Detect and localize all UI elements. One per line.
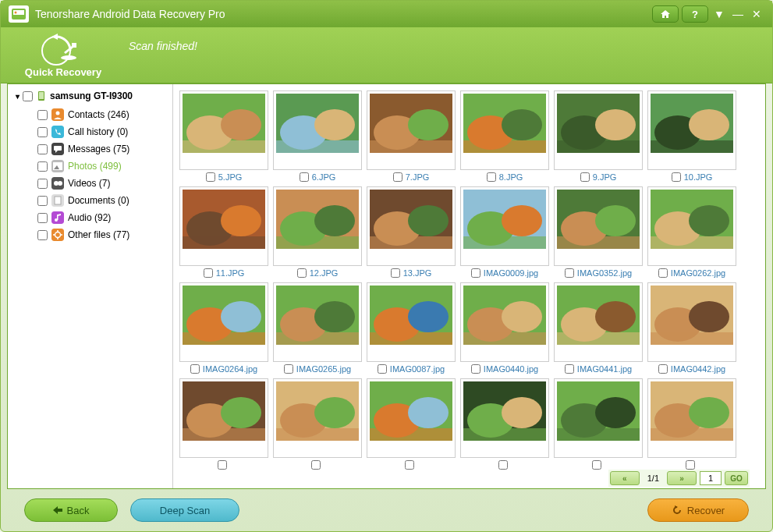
thumbnail-item[interactable]: [179, 378, 268, 470]
thumbnail-checkbox[interactable]: [565, 364, 574, 374]
thumbnail-checkbox[interactable]: [471, 364, 480, 374]
thumbnail-checkbox[interactable]: [378, 364, 387, 374]
pager-go-button[interactable]: GO: [725, 471, 748, 485]
thumbnail-item[interactable]: 5.JPG: [179, 90, 268, 182]
category-checkbox[interactable]: [37, 161, 48, 172]
thumbnail-box[interactable]: [554, 282, 643, 362]
thumbnail-item[interactable]: IMAG0264.jpg: [179, 282, 268, 374]
thumbnail-checkbox[interactable]: [284, 364, 293, 374]
thumbnail-checkbox[interactable]: [190, 364, 200, 374]
thumbnail-box[interactable]: [647, 186, 736, 266]
thumbnail-item[interactable]: [273, 378, 362, 470]
thumbnail-item[interactable]: [647, 378, 736, 470]
thumbnail-box[interactable]: [273, 378, 362, 458]
thumbnail-item[interactable]: 13.JPG: [367, 186, 456, 278]
thumbnail-box[interactable]: [367, 90, 456, 170]
thumbnail-item[interactable]: [367, 378, 456, 470]
thumbnail-item[interactable]: IMAG0009.jpg: [460, 186, 549, 278]
thumbnail-item[interactable]: [554, 378, 643, 470]
category-checkbox[interactable]: [37, 213, 48, 223]
thumbnail-box[interactable]: [647, 282, 736, 362]
thumbnail-item[interactable]: IMAG0087.jpg: [367, 282, 456, 374]
thumbnail-checkbox[interactable]: [311, 460, 321, 470]
device-tree-root[interactable]: ▾ samsung GT-I9300: [16, 90, 172, 101]
thumbnail-item[interactable]: 12.JPG: [273, 186, 362, 278]
menu-dropdown-icon[interactable]: ▼: [711, 6, 727, 22]
thumbnail-item[interactable]: IMAG0262.jpg: [647, 186, 736, 278]
sidebar-item-audio[interactable]: Audio (92): [37, 209, 172, 226]
thumbnail-item[interactable]: IMAG0352.jpg: [554, 186, 643, 278]
thumbnail-box[interactable]: [460, 186, 549, 266]
thumbnail-checkbox[interactable]: [206, 172, 215, 182]
sidebar-item-other-files[interactable]: Other files (77): [37, 226, 172, 243]
category-checkbox[interactable]: [37, 196, 48, 206]
thumbnail-item[interactable]: [460, 378, 549, 470]
sidebar-item-call-history[interactable]: Call history (0): [37, 123, 172, 140]
thumbnail-box[interactable]: [273, 282, 362, 362]
home-button[interactable]: [652, 5, 679, 23]
pager-page-input[interactable]: [700, 471, 722, 485]
thumbnail-item[interactable]: IMAG0441.jpg: [554, 282, 643, 374]
thumbnail-item[interactable]: 7.JPG: [367, 90, 456, 182]
thumbnail-checkbox[interactable]: [471, 268, 480, 278]
thumbnail-checkbox[interactable]: [658, 364, 668, 374]
collapse-arrow-icon[interactable]: ▾: [16, 92, 20, 101]
category-checkbox[interactable]: [37, 144, 48, 154]
sidebar-item-videos[interactable]: Videos (7): [37, 175, 172, 192]
recover-button[interactable]: Recover: [647, 498, 749, 522]
thumbnail-box[interactable]: [367, 186, 456, 266]
thumbnail-box[interactable]: [179, 186, 268, 266]
sidebar-item-documents[interactable]: Documents (0): [37, 192, 172, 209]
category-checkbox[interactable]: [37, 179, 48, 189]
thumbnail-item[interactable]: 8.JPG: [460, 90, 549, 182]
thumbnail-item[interactable]: 9.JPG: [554, 90, 643, 182]
thumbnail-box[interactable]: [367, 282, 456, 362]
close-button[interactable]: ✕: [749, 6, 764, 22]
thumbnail-checkbox[interactable]: [204, 268, 213, 278]
thumbnail-box[interactable]: [647, 378, 736, 458]
thumbnail-box[interactable]: [179, 282, 268, 362]
thumbnail-checkbox[interactable]: [218, 460, 227, 470]
thumbnail-checkbox[interactable]: [580, 172, 590, 182]
thumbnail-box[interactable]: [460, 90, 549, 170]
thumbnail-checkbox[interactable]: [391, 268, 400, 278]
thumbnail-item[interactable]: IMAG0442.jpg: [647, 282, 736, 374]
thumbnail-checkbox[interactable]: [565, 268, 574, 278]
minimize-button[interactable]: —: [730, 6, 746, 22]
thumbnail-item[interactable]: IMAG0265.jpg: [273, 282, 362, 374]
thumbnail-item[interactable]: 10.JPG: [647, 90, 736, 182]
thumbnail-item[interactable]: 11.JPG: [179, 186, 268, 278]
thumbnail-item[interactable]: IMAG0440.jpg: [460, 282, 549, 374]
device-checkbox[interactable]: [23, 91, 33, 101]
category-checkbox[interactable]: [37, 230, 48, 240]
category-checkbox[interactable]: [37, 110, 48, 120]
thumbnail-box[interactable]: [179, 90, 268, 170]
thumbnail-item[interactable]: 6.JPG: [273, 90, 362, 182]
thumbnail-checkbox[interactable]: [297, 268, 307, 278]
help-button[interactable]: ?: [682, 5, 708, 23]
thumbnail-box[interactable]: [647, 90, 736, 170]
thumbnail-box[interactable]: [273, 186, 362, 266]
thumbnail-checkbox[interactable]: [672, 172, 681, 182]
thumbnail-checkbox[interactable]: [498, 460, 508, 470]
pager-prev-button[interactable]: «: [610, 471, 640, 485]
thumbnail-grid[interactable]: 5.JPG6.JPG7.JPG8.JPG9.JPG10.JPG11.JPG12.…: [173, 84, 765, 488]
thumbnail-checkbox[interactable]: [405, 460, 414, 470]
thumbnail-checkbox[interactable]: [300, 172, 309, 182]
thumbnail-box[interactable]: [273, 90, 362, 170]
back-button[interactable]: Back: [24, 498, 118, 522]
thumbnail-box[interactable]: [460, 282, 549, 362]
thumbnail-box[interactable]: [554, 90, 643, 170]
deep-scan-button[interactable]: Deep Scan: [130, 498, 239, 522]
category-checkbox[interactable]: [37, 127, 48, 137]
thumbnail-checkbox[interactable]: [393, 172, 402, 182]
thumbnail-checkbox[interactable]: [686, 460, 695, 470]
thumbnail-box[interactable]: [554, 378, 643, 458]
thumbnail-checkbox[interactable]: [592, 460, 601, 470]
thumbnail-checkbox[interactable]: [487, 172, 496, 182]
thumbnail-checkbox[interactable]: [658, 268, 668, 278]
sidebar-item-photos[interactable]: Photos (499): [37, 158, 172, 175]
pager-next-button[interactable]: »: [667, 471, 697, 485]
thumbnail-box[interactable]: [179, 378, 268, 458]
thumbnail-box[interactable]: [367, 378, 456, 458]
